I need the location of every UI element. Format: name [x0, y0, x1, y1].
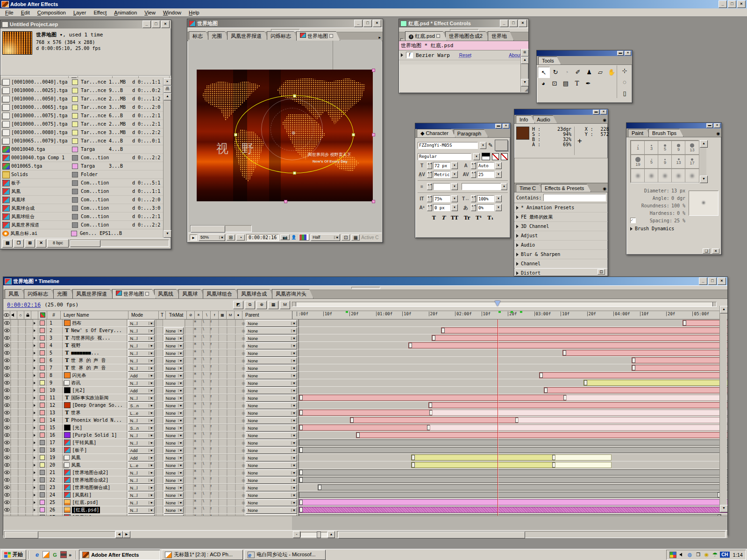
- layer-audio-toggle[interactable]: [11, 447, 18, 454]
- layer-name-cell[interactable]: T世界: [63, 409, 127, 416]
- twirl-icon[interactable]: [34, 486, 36, 489]
- quality-toggle[interactable]: ∖: [202, 424, 210, 431]
- pickwhip-icon[interactable]: ◎: [242, 374, 245, 378]
- layer-row[interactable]: 6T世 界 的 声 音N...l▼None▼✳∖f◎None▼: [3, 357, 727, 364]
- current-time-display[interactable]: 0:00:02:16: [246, 234, 279, 241]
- chevron-down-icon[interactable]: ▼: [451, 183, 458, 190]
- faux-italic-button[interactable]: T: [441, 215, 445, 221]
- twirl-icon[interactable]: [34, 359, 36, 362]
- comp-marker[interactable]: [498, 311, 501, 313]
- preserve-transparency-toggle[interactable]: [156, 484, 163, 491]
- layer-eye-toggle[interactable]: [3, 417, 11, 424]
- layer-name-cell[interactable]: [世界地图侧合成]: [63, 484, 127, 491]
- layer-name-cell[interactable]: 挡布: [63, 319, 127, 326]
- preserve-transparency-toggle[interactable]: [156, 439, 163, 446]
- motion-blur-icon[interactable]: M: [227, 311, 235, 319]
- parent-select[interactable]: None▼: [246, 387, 297, 394]
- warp-handle[interactable]: [293, 94, 296, 98]
- trkmat-select[interactable]: None▼: [164, 365, 184, 372]
- project-row[interactable]: [0010000...0075].tgaTar...nce6...Bd 0:..…: [1, 112, 163, 120]
- pickwhip-icon[interactable]: ◎: [242, 366, 245, 370]
- shy-toggle[interactable]: [185, 379, 193, 386]
- project-row[interactable]: [0010000...0050].tgaTar...nce2...MBd 0:.…: [1, 95, 163, 103]
- frame-blend-toggle[interactable]: [219, 342, 227, 349]
- bar-in-handle[interactable]: [299, 447, 303, 453]
- column-t[interactable]: T: [159, 311, 166, 319]
- twirl-icon[interactable]: [34, 374, 36, 377]
- layer-expander[interactable]: [31, 357, 38, 364]
- layer-panel-hscroll[interactable]: [4, 531, 115, 538]
- effects-category[interactable]: * Animation Presets: [514, 203, 608, 213]
- media-quicklaunch-icon[interactable]: G: [51, 551, 58, 558]
- close-icon[interactable]: ×: [737, 0, 746, 8]
- twirl-icon[interactable]: [34, 449, 36, 452]
- layer-expander[interactable]: [31, 387, 38, 394]
- motion-blur-toggle[interactable]: [227, 454, 235, 461]
- preserve-transparency-toggle[interactable]: [156, 491, 163, 498]
- trkmat-select[interactable]: None▼: [164, 477, 184, 484]
- parent-select[interactable]: None▼: [246, 410, 297, 417]
- layer-duration-bar[interactable]: [356, 432, 727, 438]
- timeline-tab-光圈[interactable]: 光圈: [53, 289, 74, 298]
- delete-icon[interactable]: ✕: [36, 239, 46, 248]
- collapse-icon[interactable]: ▬: [495, 124, 502, 128]
- layer-eye-toggle[interactable]: [3, 327, 11, 334]
- rotation-tool-icon[interactable]: ↻: [550, 67, 561, 77]
- mode-select[interactable]: N...l▼: [128, 439, 154, 447]
- layer-eye-toggle[interactable]: [3, 469, 11, 476]
- small-caps-button[interactable]: Tr: [464, 215, 470, 221]
- layer-label-swatch[interactable]: [38, 476, 47, 483]
- frame-blend-toggle[interactable]: [219, 469, 227, 476]
- project-window[interactable]: Untitled Project.aep_□×世界地图 ▾, used 1 ti…: [0, 20, 171, 249]
- pickwhip-icon[interactable]: ◎: [242, 336, 245, 340]
- stroke-width-field[interactable]: ≡▲▼▼: [418, 183, 458, 190]
- layer-duration-bar[interactable]: [299, 439, 727, 446]
- collapse-toggle[interactable]: ✳: [193, 342, 202, 349]
- twirl-icon[interactable]: [516, 215, 519, 219]
- layer-solo-toggle[interactable]: [18, 342, 26, 349]
- stepper-icon[interactable]: ▲▼: [471, 162, 476, 169]
- quality-toggle[interactable]: ∖: [202, 417, 210, 424]
- panel-menu-icon[interactable]: ◉: [601, 117, 608, 123]
- close-icon[interactable]: ×: [714, 123, 720, 128]
- overflow-chevron-icon[interactable]: »: [69, 552, 71, 558]
- quality-toggle[interactable]: ∖: [202, 432, 210, 439]
- mask-tool-icon[interactable]: ▯: [619, 88, 630, 98]
- layer-label-swatch[interactable]: [38, 439, 47, 446]
- maximize-icon[interactable]: □: [728, 0, 736, 8]
- layer-duration-bar[interactable]: [299, 395, 567, 401]
- quality-toggle[interactable]: ∖: [202, 342, 210, 349]
- minimize-icon[interactable]: _: [500, 20, 508, 27]
- shy-toggle[interactable]: [185, 506, 193, 513]
- frame-blend-toggle[interactable]: [219, 327, 227, 334]
- shy-toggle[interactable]: [185, 469, 193, 476]
- shy-toggle[interactable]: [185, 334, 193, 341]
- layer-expander[interactable]: [31, 409, 38, 416]
- shy-toggle[interactable]: [185, 364, 193, 371]
- layer-expander[interactable]: [31, 379, 38, 386]
- layer-expander[interactable]: [31, 484, 38, 491]
- timeline-window[interactable]: 世界地图 * Timeline_□×凤凰闪烁标志光圈凤凰世界报道世界地图 凤凰线…: [3, 276, 728, 535]
- trkmat-select[interactable]: None▼: [164, 425, 184, 432]
- layer-label-swatch[interactable]: [38, 424, 47, 431]
- layer-row[interactable]: 17[平转凤凰]N...l▼None▼✳∖f◎None▼: [3, 439, 727, 447]
- mode-select[interactable]: Add▼: [128, 372, 154, 379]
- brush-preset[interactable]: 3: [644, 141, 659, 155]
- mode-select[interactable]: N...l▼: [128, 469, 154, 476]
- pickwhip-icon[interactable]: ◎: [242, 344, 245, 348]
- motion-blur-toggle[interactable]: [227, 439, 235, 446]
- tab-世界地[interactable]: 世界地: [488, 31, 514, 41]
- shy-toggle[interactable]: [185, 424, 193, 431]
- layer-row[interactable]: 19凤凰Add▼None▼✳∖f◎None▼: [3, 454, 727, 461]
- layer-solo-toggle[interactable]: [18, 319, 26, 326]
- layer-eye-toggle[interactable]: [3, 394, 11, 401]
- layer-solo-toggle[interactable]: [18, 447, 26, 454]
- menu-animation[interactable]: Animation: [111, 9, 140, 16]
- scroll-up-icon[interactable]: ▲: [720, 306, 728, 313]
- timeline-vscroll[interactable]: ▲▼: [719, 306, 727, 512]
- layer-audio-toggle[interactable]: [11, 342, 18, 349]
- twirl-icon[interactable]: [34, 434, 36, 437]
- collapse-icon[interactable]: ▬: [593, 110, 599, 114]
- trkmat-select[interactable]: None▼: [164, 492, 184, 499]
- layer-expander[interactable]: [31, 432, 38, 439]
